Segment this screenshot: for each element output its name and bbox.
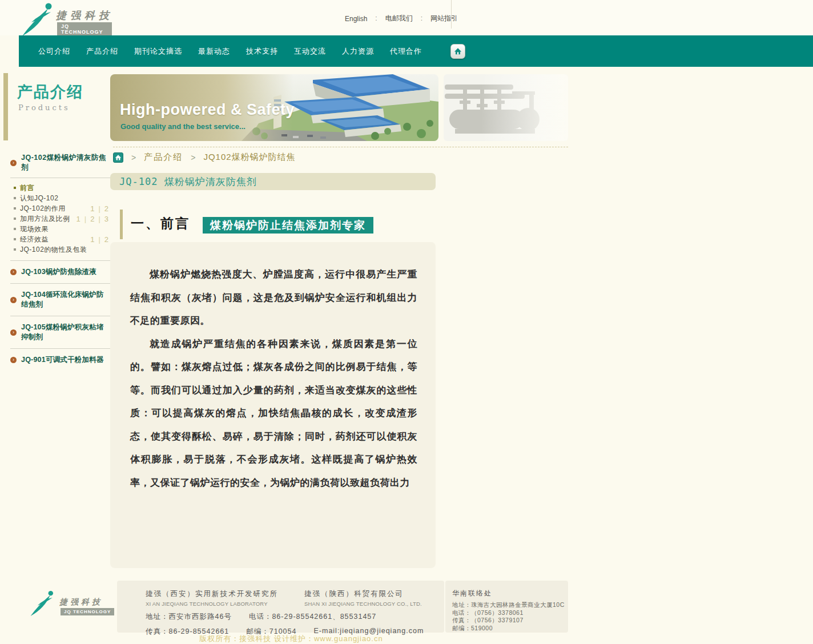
section-accent-bar	[120, 210, 123, 239]
footer-south-office: 华南联络处 地址：珠海吉大园林路金景商业大厦10C 电话：（0756）33780…	[445, 581, 568, 633]
submenu-label: 经济效益	[20, 235, 90, 244]
paragraph-1: 煤粉锅炉燃烧热强度大、炉膛温度高，运行中很易产生严重结焦和积灰（灰堵）问题，这是…	[130, 263, 417, 333]
nav-news[interactable]: 最新动态	[198, 46, 230, 57]
footer-address: 地址：西安市西影路46号	[146, 612, 232, 622]
org2-name-en: SHAN XI JIEQIANG TECHNOLOGY CO., LTD.	[304, 601, 422, 607]
page-link[interactable]: 1	[77, 215, 81, 223]
link-email-us[interactable]: 电邮我们	[367, 14, 412, 23]
footer-main: 捷强（西安）实用新技术开发研究所 XI AN JIEQIANG TECHNOLO…	[117, 581, 444, 633]
sidebar-title: 产品介绍	[17, 82, 83, 102]
page: 捷强科技 JQ TECHNOLOGY English 电邮我们 网站指引 公司介…	[0, 0, 813, 644]
breadcrumb-separator: >	[131, 153, 136, 162]
breadcrumb-current: JQ102煤粉锅炉防结焦	[203, 152, 295, 163]
sidebar-item-label: JQ-104循环流化床锅炉防结焦剂	[21, 290, 111, 309]
square-bullet-icon	[14, 248, 16, 251]
breadcrumb-separator: >	[191, 153, 195, 162]
submenu-usage[interactable]: 加用方法及比例 1 2 3	[14, 214, 111, 224]
footer-org1: 捷强（西安）实用新技术开发研究所 XI AN JIEQIANG TECHNOLO…	[146, 589, 278, 607]
home-icon	[454, 47, 462, 55]
page-link[interactable]: 1	[90, 235, 94, 244]
submenu-label: JQ-102的作用	[20, 204, 90, 214]
link-english[interactable]: English	[345, 15, 367, 23]
submenu-know-jq102[interactable]: 认知JQ-102	[14, 193, 111, 203]
breadcrumb: > 产品介绍 > JQ102煤粉锅炉防结焦	[113, 147, 568, 163]
sidebar-item-jq104[interactable]: › JQ-104循环流化床锅炉防结焦剂	[10, 284, 111, 316]
submenu-economic-benefit[interactable]: 经济效益 1 2	[14, 234, 111, 244]
submenu-label: JQ-102的物性及包装	[20, 245, 111, 255]
header-divider	[451, 0, 452, 29]
nav-products[interactable]: 产品介绍	[86, 46, 118, 57]
sidebar-item-jq901[interactable]: › JQ-901可调式干粉加料器	[10, 349, 111, 371]
org1-name-cn: 捷强（西安）实用新技术开发研究所	[146, 589, 278, 599]
page-title-bar: JQ-102 煤粉锅炉清灰防焦剂	[110, 173, 436, 190]
logo-swoosh-icon	[21, 2, 56, 36]
south-office-address: 地址：珠海吉大园林路金景商业大厦10C	[452, 601, 568, 609]
banner-image: High-powered & Safety Good quality and t…	[110, 74, 438, 141]
submenu-label: 认知JQ-102	[20, 194, 111, 203]
org2-name-cn: 捷强（陕西）科贸有限公司	[304, 589, 422, 599]
nav-company[interactable]: 公司介绍	[38, 46, 70, 57]
home-button[interactable]	[450, 44, 465, 59]
logo-text-cn: 捷强科技	[56, 9, 113, 22]
square-bullet-icon	[14, 218, 16, 220]
south-office-fax: 传真：（0756）3379107	[452, 617, 568, 625]
logo-swoosh-icon	[30, 589, 56, 617]
submenu-label: 现场效果	[20, 224, 111, 234]
nav-journal[interactable]: 期刊论文摘选	[134, 46, 182, 57]
submenu-field-effect[interactable]: 现场效果	[14, 224, 111, 234]
footer-org2: 捷强（陕西）科贸有限公司 SHAN XI JIEQIANG TECHNOLOGY…	[304, 589, 422, 607]
bullet-target-icon: ›	[10, 297, 17, 303]
sidebar-item-jq105[interactable]: › JQ-105煤粉锅炉积灰粘堵抑制剂	[10, 316, 111, 349]
south-office-tel: 电话：（0756）3378061	[452, 609, 568, 617]
submenu-foreword[interactable]: 前言	[14, 183, 111, 193]
nav-interaction[interactable]: 互动交流	[294, 46, 326, 57]
home-icon	[115, 154, 122, 161]
logo-text-en: JQ TECHNOLOGY	[61, 608, 114, 615]
page-link[interactable]: 2	[94, 204, 108, 213]
header: 捷强科技 JQ TECHNOLOGY English 电邮我们 网站指引	[0, 0, 813, 35]
page-link[interactable]: 3	[94, 215, 108, 223]
nav-agency[interactable]: 代理合作	[390, 46, 422, 57]
footer-logo: 捷强科技 JQ TECHNOLOGY	[30, 589, 115, 623]
page-link[interactable]: 1	[90, 204, 94, 213]
sidebar-menu: › JQ-102煤粉锅炉清灰防焦剂 前言 认知JQ-102 JQ-102的作用 …	[10, 151, 111, 371]
bullet-target-icon: ›	[10, 160, 17, 166]
submenu-function[interactable]: JQ-102的作用 1 2	[14, 203, 111, 214]
square-bullet-icon	[14, 228, 16, 230]
boiler-pipes-illustration	[444, 74, 568, 141]
bullet-target-icon: ›	[10, 269, 17, 275]
bullet-target-icon: ›	[10, 329, 17, 336]
nav-hr[interactable]: 人力资源	[342, 46, 374, 57]
footer-tel: 电话：86-29-85542661、85531457	[249, 612, 376, 622]
pagination: 1 2	[90, 235, 108, 244]
nav-tech-support[interactable]: 技术支持	[246, 46, 278, 57]
page-link[interactable]: 2	[81, 215, 95, 223]
sidebar-item-label: JQ-103锅炉防焦除渣液	[21, 267, 96, 277]
pagination: 1 2	[90, 204, 108, 213]
sidebar-item-jq103[interactable]: › JQ-103锅炉防焦除渣液	[10, 261, 111, 284]
main-nav: 公司介绍 产品介绍 期刊论文摘选 最新动态 技术支持 互动交流 人力资源 代理合…	[19, 35, 813, 67]
logo-text-cn: 捷强科技	[59, 597, 103, 607]
org1-name-en: XI AN JIEQIANG TECHNOLOGY LABORATORY	[146, 601, 278, 607]
page-link[interactable]: 2	[94, 235, 108, 244]
south-office-zip: 邮编：519000	[452, 625, 568, 633]
sidebar-accent-bar	[3, 73, 8, 140]
bullet-target-icon: ›	[10, 357, 17, 363]
banner-headline: High-powered & Safety	[120, 101, 295, 119]
sidebar-item-label: JQ-102煤粉锅炉清灰防焦剂	[21, 153, 111, 172]
sidebar-item-jq102[interactable]: › JQ-102煤粉锅炉清灰防焦剂	[10, 151, 111, 178]
square-bullet-icon	[14, 238, 16, 240]
top-links: English 电邮我们 网站指引	[345, 14, 458, 23]
jq102-submenu: 前言 认知JQ-102 JQ-102的作用 1 2 加用方法及比例 1 2	[10, 178, 111, 261]
south-office-title: 华南联络处	[452, 589, 568, 598]
company-logo[interactable]: 捷强科技 JQ TECHNOLOGY	[21, 2, 112, 36]
copyright: 版权所有：接强科技 设计维护：www.guangjiao.cn	[0, 634, 582, 644]
submenu-properties-packaging[interactable]: JQ-102的物性及包装	[14, 244, 111, 255]
submenu-label: 加用方法及比例	[20, 214, 77, 224]
breadcrumb-products[interactable]: 产品介绍	[144, 152, 183, 163]
banner-tagline: Good quality and the best service...	[120, 122, 245, 131]
page-title: JQ-102 煤粉锅炉清灰防焦剂	[119, 175, 257, 188]
sidebar-item-label: JQ-901可调式干粉加料器	[21, 355, 104, 365]
sidebar-subtitle: Products	[18, 103, 70, 112]
breadcrumb-home-button[interactable]	[113, 152, 123, 163]
